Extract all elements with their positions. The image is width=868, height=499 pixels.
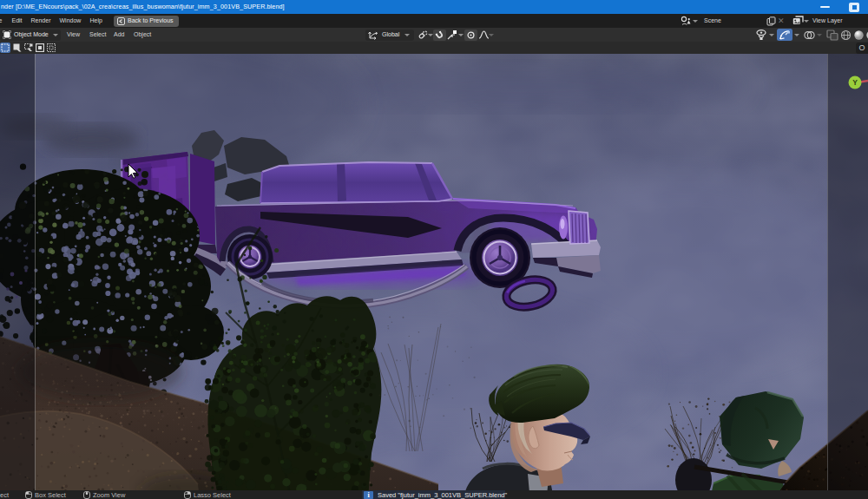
svg-text:Y: Y [852,78,858,87]
